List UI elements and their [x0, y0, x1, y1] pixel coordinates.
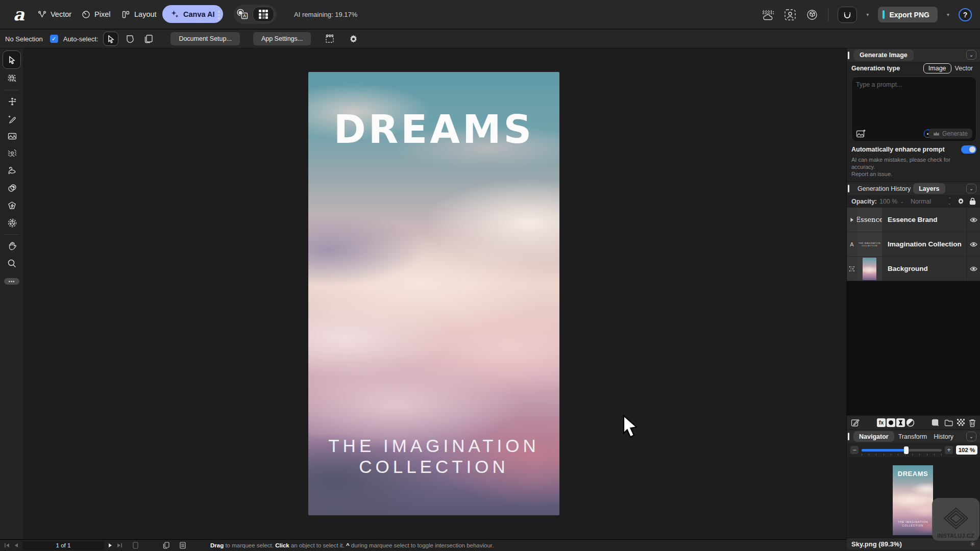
- navigator-thumbnail[interactable]: DREAMS THE IMAGINATION COLLECTION: [893, 465, 933, 535]
- aperture-tool[interactable]: [0, 214, 24, 232]
- blend-tool[interactable]: [0, 180, 24, 197]
- ai-brush-tool[interactable]: [0, 162, 24, 180]
- transparency-checker-icon[interactable]: [957, 419, 965, 427]
- select-mode-group-button[interactable]: [142, 32, 155, 45]
- enhance-prompt-toggle[interactable]: [961, 145, 976, 154]
- tab-layout[interactable]: Layout: [116, 6, 162, 23]
- app-logo[interactable]: a: [8, 4, 30, 24]
- layer-name: Essence Brand: [882, 208, 966, 232]
- ai-image-tool[interactable]: [0, 128, 24, 145]
- more-tools-button[interactable]: •••: [4, 278, 19, 285]
- lock-icon[interactable]: [969, 197, 976, 205]
- pages-view-icon[interactable]: [163, 542, 169, 549]
- tab-generation-history[interactable]: Generation History: [857, 185, 911, 192]
- previous-page-icon[interactable]: [14, 543, 18, 548]
- panel-drag-handle[interactable]: [848, 52, 849, 59]
- next-page-icon[interactable]: [108, 543, 113, 548]
- portrait-select-icon[interactable]: [784, 9, 796, 21]
- layout-icon: [121, 10, 130, 19]
- tab-navigator[interactable]: Navigator: [853, 431, 894, 442]
- document-setup-button[interactable]: Document Setup...: [170, 32, 240, 45]
- add-image-icon[interactable]: [856, 129, 866, 138]
- visibility-eye-icon[interactable]: [966, 232, 980, 256]
- canvas-grid-settings-icon[interactable]: [323, 32, 336, 45]
- select-mode-cursor-button[interactable]: [103, 32, 118, 46]
- zoom-out-button[interactable]: −: [850, 446, 859, 454]
- collapse-generate-chevron-icon[interactable]: ⌄: [966, 50, 976, 60]
- hand-tool[interactable]: [0, 237, 24, 255]
- collapse-navigator-chevron-icon[interactable]: ⌄: [966, 432, 976, 441]
- delete-layer-trash-icon[interactable]: [969, 419, 976, 427]
- snap-magnet-button[interactable]: [838, 7, 857, 23]
- select-mode-shape-button[interactable]: [124, 32, 137, 45]
- auto-text-icon[interactable]: A: [236, 8, 250, 21]
- 3d-object-icon[interactable]: [805, 9, 819, 21]
- generate-image-title[interactable]: Generate Image: [853, 49, 914, 61]
- zoom-slider-handle[interactable]: [904, 446, 909, 454]
- mask-button[interactable]: [887, 418, 895, 427]
- canvas-area[interactable]: DREAMS THE IMAGINATION COLLECTION: [24, 48, 846, 539]
- export-png-button[interactable]: Export PNG: [878, 7, 938, 22]
- zoom-value[interactable]: 102 %: [956, 445, 977, 455]
- fx-effects-button[interactable]: fx: [877, 418, 886, 427]
- expand-chevron-icon[interactable]: [847, 208, 857, 232]
- shield-lightning-tool[interactable]: [0, 197, 24, 214]
- report-issue-link[interactable]: Report an issue.: [851, 170, 975, 178]
- layer-row-imagination-collection[interactable]: A THE IMAGINATION COLLECTION Imagination…: [847, 232, 980, 257]
- list-view-icon[interactable]: [180, 542, 186, 549]
- edit-layer-icon[interactable]: [851, 418, 860, 427]
- hourglass-blend-button[interactable]: [896, 418, 905, 427]
- poster-artboard[interactable]: DREAMS THE IMAGINATION COLLECTION: [308, 72, 559, 515]
- layer-gear-icon[interactable]: [957, 197, 965, 205]
- single-page-view-icon[interactable]: [133, 542, 138, 549]
- ai-transform-tool[interactable]: [0, 93, 24, 110]
- ai-pen-tool[interactable]: [0, 110, 24, 128]
- panel-drag-handle[interactable]: [848, 185, 849, 192]
- canva-ai-button[interactable]: Canva AI: [162, 5, 223, 23]
- page-indicator[interactable]: 1 of 1: [22, 541, 104, 550]
- zoom-tool[interactable]: [0, 255, 24, 272]
- help-button[interactable]: ?: [959, 8, 972, 21]
- background-removal-tool[interactable]: [0, 145, 24, 162]
- autoselect-checkbox[interactable]: ✓: [50, 35, 58, 43]
- layers-empty-area[interactable]: [847, 281, 980, 415]
- tab-layers[interactable]: Layers: [913, 183, 945, 194]
- asterisk-icon[interactable]: ✳: [970, 540, 975, 548]
- layer-row-essence-brand[interactable]: Essence Essence Brand: [847, 208, 980, 232]
- visibility-eye-icon[interactable]: [966, 257, 980, 281]
- tab-history[interactable]: History: [934, 433, 953, 440]
- select-tool[interactable]: [3, 51, 21, 69]
- tab-vector[interactable]: Vector: [33, 6, 77, 23]
- tab-pixel[interactable]: Pixel: [77, 6, 115, 23]
- panel-drag-handle[interactable]: [848, 433, 849, 440]
- zoom-in-button[interactable]: +: [945, 446, 953, 454]
- tab-pixel-label: Pixel: [94, 10, 110, 18]
- transparent-background-icon[interactable]: [762, 9, 775, 21]
- transform-tool[interactable]: [0, 70, 24, 87]
- opacity-chevron-icon[interactable]: ⌄: [900, 199, 904, 204]
- contrast-adjust-icon[interactable]: [906, 418, 915, 427]
- app-settings-button[interactable]: App Settings...: [253, 32, 311, 45]
- export-png-label: Export PNG: [889, 11, 929, 19]
- zoom-slider[interactable]: [862, 449, 942, 452]
- blend-stepper-icon[interactable]: ⌃⌄: [948, 197, 951, 206]
- layer-row-background[interactable]: Background: [847, 257, 980, 281]
- duplicate-layer-icon[interactable]: [932, 419, 940, 427]
- new-folder-icon[interactable]: [944, 419, 953, 427]
- last-page-icon[interactable]: [117, 543, 122, 548]
- export-chevron-icon[interactable]: ▾: [947, 12, 949, 17]
- generate-button[interactable]: Generate: [928, 129, 972, 139]
- tab-transform[interactable]: Transform: [898, 433, 927, 440]
- more-menu-kebab-icon[interactable]: [218, 11, 220, 19]
- blend-mode-select[interactable]: Normal: [911, 198, 945, 205]
- visibility-eye-icon[interactable]: [966, 208, 980, 232]
- type-vector-tab[interactable]: Vector: [951, 64, 976, 73]
- opacity-value[interactable]: 100 %: [879, 198, 897, 205]
- settings-gear-icon[interactable]: [347, 32, 360, 45]
- type-image-tab[interactable]: Image: [923, 63, 951, 73]
- prompt-input[interactable]: [856, 81, 972, 126]
- template-grid-button[interactable]: [253, 7, 274, 22]
- first-page-icon[interactable]: [4, 543, 10, 548]
- collapse-layers-chevron-icon[interactable]: ⌄: [966, 184, 976, 193]
- snap-chevron-icon[interactable]: ▾: [866, 12, 869, 17]
